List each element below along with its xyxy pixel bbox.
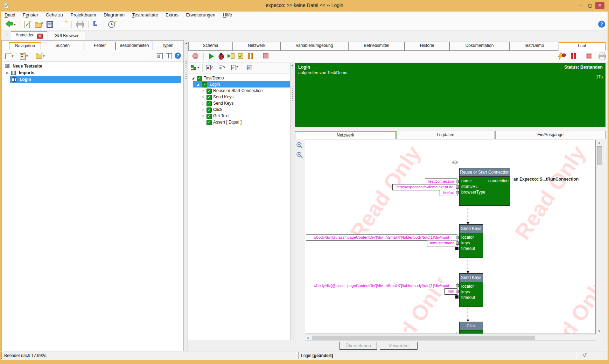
- new-folder-button[interactable]: ★ ▾: [35, 51, 44, 61]
- block-click[interactable]: Click: [459, 322, 483, 334]
- expander-icon[interactable]: ▷: [202, 113, 204, 119]
- tree-item-login[interactable]: Login: [10, 76, 181, 83]
- find-unassigned-button[interactable]: ?: [231, 64, 240, 73]
- input-pin[interactable]: [456, 180, 459, 183]
- history-refresh-icon[interactable]: ↺: [581, 352, 588, 359]
- close-button[interactable]: ✕: [595, 2, 604, 9]
- block-send-keys-1[interactable]: Send Keys locator keys timeout: [459, 224, 483, 258]
- checkbox-checked-icon[interactable]: ✓: [197, 76, 202, 81]
- input-pin[interactable]: [456, 284, 459, 287]
- pause-button[interactable]: [247, 52, 256, 61]
- hscroll-thumb[interactable]: [312, 336, 535, 340]
- menu-erweiterungen[interactable]: Erweiterungen: [183, 12, 218, 19]
- expander-icon[interactable]: ▷: [202, 106, 204, 113]
- checkbox-checked-icon[interactable]: ✓: [206, 89, 212, 94]
- input-pin-unset[interactable]: [455, 295, 458, 299]
- expander-icon[interactable]: ▷: [202, 94, 204, 100]
- menu-datei[interactable]: Datei: [1, 12, 18, 19]
- run-tab-logdaten[interactable]: Logdaten: [396, 131, 495, 139]
- checkbox-checked-icon[interactable]: ✓: [206, 120, 212, 125]
- value-box[interactable]: firefox: [440, 190, 457, 196]
- apply-button[interactable]: Übernehmen: [340, 342, 377, 350]
- center-tab-schema[interactable]: Schema: [188, 42, 233, 51]
- step-login-selected[interactable]: ◢ ✓ Login: [193, 81, 290, 88]
- center-tab-netzwerk[interactable]: Netzwerk: [233, 42, 280, 51]
- input-pin-label[interactable]: timeout: [461, 295, 475, 300]
- menu-fenster[interactable]: Fenster: [20, 12, 41, 19]
- expander-icon[interactable]: ▷: [202, 100, 204, 107]
- value-box[interactable]: //body/div[@class='pageContentDiv']/div.…: [306, 283, 457, 289]
- value-box[interactable]: mmustermann: [427, 240, 457, 246]
- center-tab-betriebsmittel[interactable]: Betriebsmittel: [348, 42, 405, 51]
- tree-item-testsuite[interactable]: Neue Testsuite: [5, 63, 180, 70]
- expander-icon[interactable]: ▷: [202, 88, 204, 94]
- checkbox-checked-icon[interactable]: ✓: [206, 114, 212, 119]
- clear-breakpoints-button[interactable]: [191, 52, 201, 61]
- diagram-hscrollbar[interactable]: ◄: [305, 335, 596, 341]
- expander-open-icon[interactable]: ◢: [197, 81, 199, 88]
- block-send-keys-2[interactable]: Send Keys locator keys timeout: [459, 273, 483, 307]
- menu-hilfe[interactable]: Hilfe: [220, 12, 235, 19]
- run-button[interactable]: [208, 52, 217, 61]
- checkbox-checked-icon[interactable]: ✓: [206, 95, 212, 100]
- input-pin-label[interactable]: startURL: [461, 184, 478, 189]
- zoom-in-button[interactable]: [296, 151, 303, 159]
- expander-open-icon[interactable]: ◢: [192, 75, 194, 82]
- step-into-button[interactable]: [227, 52, 236, 61]
- find-unconnected-output-button[interactable]: ?: [218, 64, 227, 73]
- step-row[interactable]: ▷ ✓ Send Keys: [193, 100, 287, 106]
- input-pin-label[interactable]: locator: [461, 284, 474, 289]
- minimize-button[interactable]: –: [576, 2, 585, 9]
- input-pin[interactable]: [456, 290, 459, 293]
- center-tab-dokumentation[interactable]: Dokumentation: [449, 42, 510, 51]
- step-root[interactable]: ◢ ✓ Test/Demo: [192, 75, 286, 81]
- help-button[interactable]: ?: [598, 21, 605, 28]
- find-unconnected-input-button[interactable]: ?: [206, 64, 215, 73]
- connector-button[interactable]: ▾: [190, 64, 200, 73]
- menu-diagramm[interactable]: Diagramm: [100, 12, 128, 19]
- output-pin-label[interactable]: connection: [488, 178, 509, 184]
- gear-icon[interactable]: [452, 160, 458, 167]
- input-pin-label[interactable]: keys: [461, 289, 470, 295]
- step-row[interactable]: ▷ ✓ Click: [193, 106, 287, 113]
- open-file-button[interactable]: ➜: [34, 20, 43, 29]
- input-pin-label[interactable]: browserType: [461, 189, 485, 195]
- save-button[interactable]: [46, 20, 55, 29]
- input-pin-label[interactable]: name: [461, 178, 472, 184]
- print-button[interactable]: [76, 20, 85, 29]
- left-tab-besonderheiten[interactable]: Besonderheiten: [115, 42, 153, 50]
- discard-button[interactable]: Verwerfen: [380, 342, 418, 350]
- layout-left-button[interactable]: [156, 51, 165, 61]
- stop-button[interactable]: [262, 52, 271, 61]
- input-pin-label[interactable]: keys: [461, 240, 470, 246]
- vscroll-thumb[interactable]: [597, 146, 602, 165]
- new-item-button[interactable]: ★ ▾: [5, 51, 14, 61]
- menu-projektbaum[interactable]: Projektbaum: [67, 12, 99, 19]
- scroll-down-icon[interactable]: ▼: [596, 330, 602, 333]
- step-row[interactable]: ▷ ✓ Send Keys: [193, 94, 287, 100]
- diagram-vscrollbar[interactable]: ▲ ▼: [596, 140, 602, 334]
- debug-fast-button[interactable]: [557, 52, 566, 61]
- menu-testresultate[interactable]: Testresultate: [129, 12, 161, 19]
- input-pin[interactable]: [456, 241, 459, 245]
- splitter-left[interactable]: ◄: [184, 40, 188, 351]
- left-tab-typen[interactable]: Typen: [153, 42, 182, 50]
- maximize-button[interactable]: ▢: [586, 2, 595, 9]
- left-tab-fehler[interactable]: Fehler: [84, 42, 115, 50]
- scroll-up-icon[interactable]: ▲: [596, 141, 602, 144]
- block-reuse-or-start-connection[interactable]: Reuse or Start Connection nameconnection…: [459, 168, 510, 206]
- back-button[interactable]: ▾: [5, 20, 14, 29]
- center-tab-variablenumgebung[interactable]: Variablenumgebung: [280, 42, 348, 51]
- expander-icon[interactable]: ▷: [6, 70, 9, 76]
- checkbox-checked-icon[interactable]: ✓: [202, 82, 207, 88]
- add-view-button[interactable]: +: [4, 32, 10, 37]
- output-pin[interactable]: [510, 180, 513, 183]
- tab-anmelden[interactable]: Anmelden✕: [11, 31, 47, 40]
- layout-split-button[interactable]: [165, 51, 174, 61]
- center-tab-historie[interactable]: Historie: [405, 42, 449, 51]
- input-pin-label[interactable]: locator: [461, 234, 474, 240]
- undo-button[interactable]: [92, 20, 101, 29]
- left-tab-suchen[interactable]: Suchen: [41, 42, 84, 50]
- value-box-clipped[interactable]: [306, 332, 456, 334]
- compare-button[interactable]: ⇄: [246, 64, 255, 73]
